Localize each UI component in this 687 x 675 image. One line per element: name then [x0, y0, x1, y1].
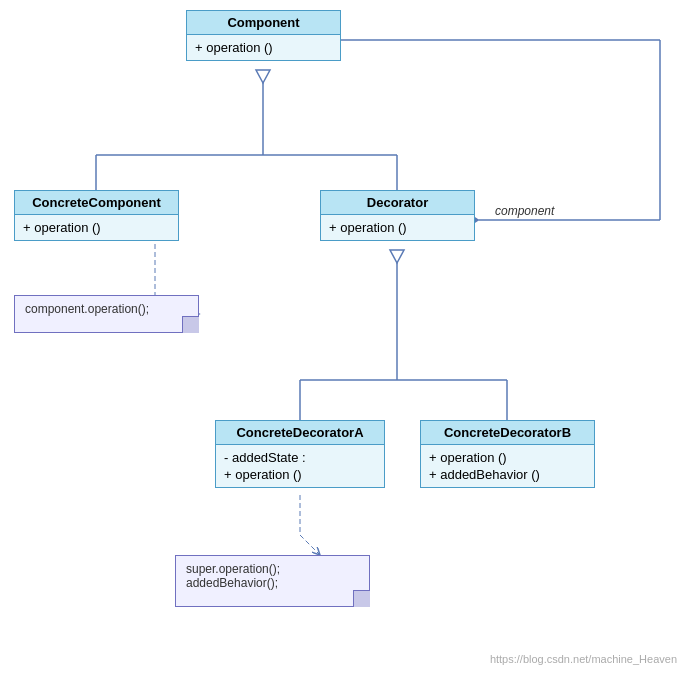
- concrete-decorator-a-op: + operation (): [224, 466, 376, 483]
- concrete-decorator-b-behavior: + addedBehavior (): [429, 466, 586, 483]
- concrete-decorator-a-state: - addedState :: [224, 449, 376, 466]
- concrete-decorator-b-title: ConcreteDecoratorB: [421, 421, 594, 445]
- decorator-title: Decorator: [321, 191, 474, 215]
- concrete-component-title: ConcreteComponent: [15, 191, 178, 215]
- decorator-op: + operation (): [329, 219, 466, 236]
- svg-line-19: [300, 535, 320, 555]
- note-super-op-line1: super.operation();: [186, 562, 359, 576]
- svg-marker-6: [256, 70, 270, 83]
- component-op: + operation (): [195, 39, 332, 56]
- watermark: https://blog.csdn.net/machine_Heaven: [490, 653, 677, 665]
- component-title: Component: [187, 11, 340, 35]
- concrete-component-box: ConcreteComponent + operation (): [14, 190, 179, 241]
- diagram-container: component Component + operation () Concr…: [0, 0, 687, 675]
- concrete-decorator-a-box: ConcreteDecoratorA - addedState : + oper…: [215, 420, 385, 488]
- note-super-operation: super.operation(); addedBehavior();: [175, 555, 370, 607]
- concrete-decorator-a-title: ConcreteDecoratorA: [216, 421, 384, 445]
- note-component-operation: component.operation();: [14, 295, 199, 333]
- concrete-component-body: + operation (): [15, 215, 178, 240]
- concrete-decorator-b-body: + operation () + addedBehavior (): [421, 445, 594, 487]
- concrete-component-op: + operation (): [23, 219, 170, 236]
- concrete-decorator-b-box: ConcreteDecoratorB + operation () + adde…: [420, 420, 595, 488]
- note-super-op-line2: addedBehavior();: [186, 576, 359, 590]
- component-body: + operation (): [187, 35, 340, 60]
- concrete-decorator-b-op: + operation (): [429, 449, 586, 466]
- note-component-op-text: component.operation();: [25, 302, 188, 316]
- svg-marker-15: [390, 250, 404, 263]
- component-box: Component + operation (): [186, 10, 341, 61]
- svg-text:component: component: [495, 204, 555, 218]
- decorator-box: Decorator + operation (): [320, 190, 475, 241]
- decorator-body: + operation (): [321, 215, 474, 240]
- concrete-decorator-a-body: - addedState : + operation (): [216, 445, 384, 487]
